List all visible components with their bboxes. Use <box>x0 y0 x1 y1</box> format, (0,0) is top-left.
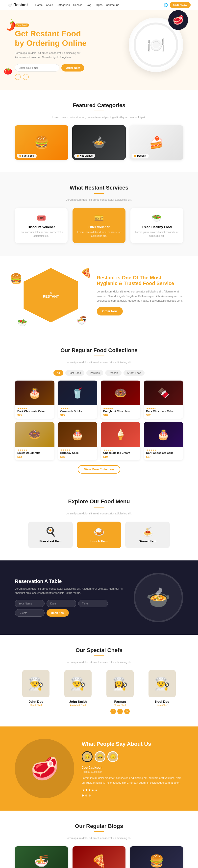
food-stars-1: ★★★★☆ <box>60 407 95 410</box>
food-item-2[interactable]: 🍩 ★★★★★ Doughnut Chocolate $18 <box>101 380 140 418</box>
food-info-1: ★★★★☆ Cake with Drinks $15 <box>58 405 97 418</box>
category-fast-food[interactable]: 🍔 Fast Food <box>15 125 68 160</box>
chef-2: 👩‍🍳 Farman Sous Chef f t in <box>102 670 139 714</box>
food-img-5: 🎂 <box>58 422 97 447</box>
food-stars-6: ★★★★☆ <box>103 449 138 451</box>
nav-service[interactable]: Service <box>73 3 82 6</box>
lunch-label: Lunch Item <box>84 539 114 543</box>
about-left: ⊙ RESTANT 🍔 🍕 🥗 🍜 <box>15 268 87 322</box>
food-item-0[interactable]: 🎂 ★★★★★ Dark Chocolate Cake $25 <box>15 380 54 418</box>
brand-logo[interactable]: 🍽️ Restant <box>7 3 28 7</box>
food-name-6: Chocolate Ice Cream <box>103 451 138 454</box>
menu-cards: 🍳 Breakfast Item 🍛 Lunch Item 🍝 Dinner I… <box>15 522 183 548</box>
reservation-guests-input[interactable] <box>15 609 45 617</box>
reservation-title: Reservation A Table <box>15 579 126 584</box>
globe-icon[interactable]: 🌐 <box>164 3 168 7</box>
collections-section: Our Regular Food Collections Lorem ipsum… <box>0 335 198 486</box>
food-stars-0: ★★★★★ <box>17 407 52 410</box>
category-hot-dishes[interactable]: 🍲 Hot Dishes <box>72 125 126 160</box>
reservation-name-input[interactable] <box>15 600 45 607</box>
reservation-submit-button[interactable]: Book Now <box>47 609 69 617</box>
avatar-0[interactable]: 😊 <box>82 751 92 762</box>
nav-about[interactable]: About <box>46 3 53 6</box>
tab-all[interactable]: All <box>53 370 63 376</box>
testimonial-avatars: 😊 😄 🙂 <box>82 751 183 762</box>
hero-email-input[interactable] <box>15 64 59 71</box>
nav-home[interactable]: Home <box>35 3 43 6</box>
service-discount-name: Discount Voucher <box>19 225 64 229</box>
menu-dinner[interactable]: 🍝 Dinner Item <box>125 522 170 548</box>
dinner-label: Dinner Item <box>133 539 162 543</box>
chef-linkedin-btn[interactable]: in <box>124 709 130 714</box>
reservation-date-input[interactable] <box>47 600 76 607</box>
blog-2[interactable]: 🍔 January 2024 | Admin Brief About How t… <box>130 846 183 868</box>
service-offer-name: Offer Voucher <box>77 225 121 229</box>
food-img-3: 🍫 <box>144 380 183 405</box>
chefs-grid: 👨‍🍳 John Doe Head Chef 👨‍🍳 John Smith As… <box>15 670 183 714</box>
food-item-1[interactable]: 🥤 ★★★★☆ Cake with Drinks $15 <box>58 380 97 418</box>
about-food-3: 🥗 <box>17 318 27 328</box>
blog-0[interactable]: 🍜 January 2024 | Admin Brief About How t… <box>15 846 68 868</box>
testimonial-title: What People Say About Us <box>82 741 183 747</box>
service-offer-desc: Lorem ipsum dolor sit amet consectetur a… <box>77 230 121 238</box>
food-item-4[interactable]: 🍩 ★★★★★ Sweet Doughnuts $12 <box>15 422 54 460</box>
brand-name: Restant <box>13 3 28 7</box>
category-dessert[interactable]: 🍰 Dessert <box>130 125 183 160</box>
reservation-time-input[interactable] <box>78 600 108 607</box>
menu-lunch[interactable]: 🍛 Lunch Item <box>77 522 121 548</box>
food-img-1: 🥤 <box>58 380 97 405</box>
nav-blog[interactable]: Blog <box>86 3 91 6</box>
food-name-4: Sweet Doughnuts <box>17 451 52 454</box>
food-price-1: $15 <box>60 414 95 417</box>
service-offer[interactable]: 🎫 Offer Voucher Lorem ipsum dolor sit am… <box>73 208 125 243</box>
badge-dot <box>19 155 21 157</box>
about-order-button[interactable]: Order Now <box>97 307 123 315</box>
about-description: Lorem ipsum dolor sit amet, consectetur … <box>97 289 183 303</box>
tab-pastries[interactable]: Pastries <box>86 370 103 376</box>
nav-pages[interactable]: Pages <box>95 3 103 6</box>
hero-navigation: ← → <box>15 74 183 80</box>
chef-twitter-btn[interactable]: t <box>117 709 123 714</box>
service-healthy-desc: Lorem ipsum dolor sit amet consectetur a… <box>134 230 179 238</box>
menu-breakfast[interactable]: 🍳 Breakfast Item <box>28 522 73 548</box>
food-info-0: ★★★★★ Dark Chocolate Cake $25 <box>15 405 54 418</box>
blog-img-1: 🍕 <box>73 846 126 868</box>
collections-title: Our Regular Food Collections <box>15 347 183 353</box>
chef-facebook-btn[interactable]: f <box>110 709 116 714</box>
service-discount[interactable]: 🎟️ Discount Voucher Lorem ipsum dolor si… <box>15 208 67 243</box>
section-divider <box>94 193 104 194</box>
prev-arrow[interactable]: ← <box>15 74 21 80</box>
reservation-food-image: 🍲 <box>134 573 183 622</box>
service-healthy[interactable]: 🥗 Fresh Healthy Food Lorem ipsum dolor s… <box>131 208 183 243</box>
hero-order-button[interactable]: Order Now <box>61 64 84 71</box>
tab-dessert[interactable]: Dessert <box>105 370 121 376</box>
chef-role-3: New Chef <box>144 704 181 707</box>
tab-street-food[interactable]: Street Food <box>123 370 145 376</box>
service-healthy-name: Fresh Healthy Food <box>134 225 179 229</box>
food-item-6[interactable]: 🍦 ★★★★☆ Chocolate Ice Cream $10 <box>101 422 140 460</box>
dot-2[interactable] <box>89 795 91 797</box>
dot-1[interactable] <box>85 795 87 797</box>
about-right: Restant is One Of The Most Hygienic & Tr… <box>97 275 183 315</box>
menu-subtitle: Lorem ipsum dolor sit amet, consectetur … <box>15 512 183 516</box>
nav-contact[interactable]: Contact Us <box>106 3 119 6</box>
avatar-2[interactable]: 🙂 <box>107 751 118 762</box>
next-arrow[interactable]: → <box>23 74 29 80</box>
chef-name-0: John Doe <box>17 700 54 704</box>
food-item-5[interactable]: 🎂 ★★★★★ Birthday Cake $35 <box>58 422 97 460</box>
food-item-7[interactable]: 🎂 ★★★★★ Dark Chocolate Cake $27 <box>144 422 183 460</box>
order-now-button[interactable]: Order Now <box>170 2 191 8</box>
about-food-4: 🍜 <box>77 315 87 325</box>
navbar: 🍽️ Restant Home About Categories Service… <box>0 0 198 10</box>
blog-1[interactable]: 🍕 January 2024 | Admin Brief About How t… <box>73 846 126 868</box>
nav-categories[interactable]: Categories <box>57 3 70 6</box>
food-item-3[interactable]: 🍫 ★★★★☆ Dark Chocolate Cake $22 <box>144 380 183 418</box>
about-food-2: 🍕 <box>81 268 92 278</box>
dot-0[interactable] <box>82 795 84 797</box>
hero-description: Lorem ipsum dolor sit amet, consectetur … <box>15 51 84 60</box>
view-more-button[interactable]: View More Collection <box>78 465 120 473</box>
avatar-1[interactable]: 😄 <box>94 751 106 762</box>
food-stars-7: ★★★★★ <box>146 449 181 451</box>
tab-fast-food[interactable]: Fast Food <box>65 370 85 376</box>
chef-name-2: Farman <box>102 700 139 704</box>
